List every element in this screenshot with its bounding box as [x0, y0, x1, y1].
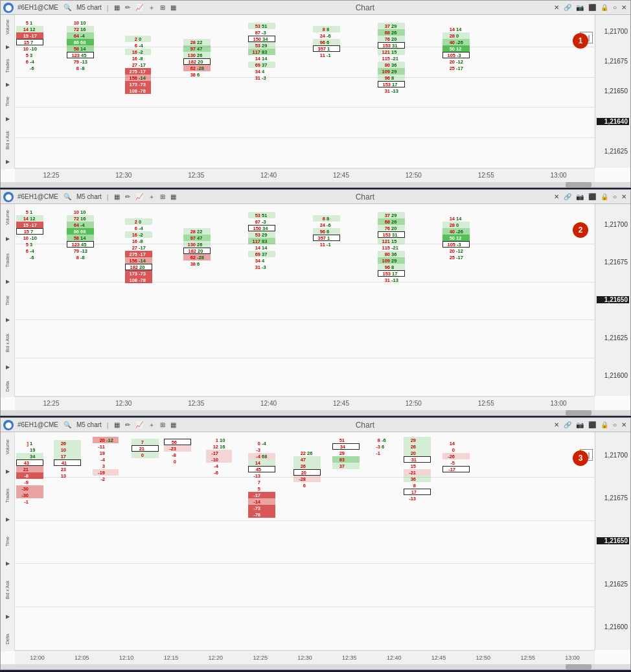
fp-row: 27-17	[125, 244, 152, 251]
search-icon-2[interactable]: 🔍	[62, 192, 73, 201]
fp-row: 280	[442, 32, 470, 39]
volume-label-1: Volume	[5, 19, 10, 34]
candle-p2-2: 1010 7216 64-4 8668 5814 12345 79-13 8-8	[67, 209, 94, 261]
scrollbar-3[interactable]	[1, 664, 630, 669]
search-icon-3[interactable]: 🔍	[62, 421, 73, 429]
scrollbar-2[interactable]	[1, 410, 630, 415]
fp-row: 16-2	[125, 49, 151, 55]
clone-icon-1[interactable]: ⬛	[587, 3, 597, 12]
y-label-highlight-3: 1,21650	[597, 537, 629, 544]
fp-row: 12345	[67, 52, 94, 58]
menu-icon-2[interactable]: ▦	[169, 192, 178, 201]
pencil-icon-1[interactable]: ✏	[124, 3, 132, 12]
pencil-icon-3[interactable]: ✏	[124, 421, 132, 429]
fp-row: 29	[404, 437, 431, 443]
expand-3d[interactable]: ▶	[6, 614, 10, 620]
chart-body-1: Volume ▶ Trades ▶ Time ▶ Bid x Ask ▶ 51 …	[1, 15, 630, 182]
lock-icon-2[interactable]: 🔒	[599, 192, 610, 201]
add-icon-2[interactable]: ＋	[147, 192, 156, 202]
timeframe-3[interactable]: M5 chart	[75, 421, 103, 429]
add-icon-1[interactable]: ＋	[147, 3, 156, 13]
scrollbar-thumb-2[interactable]	[566, 410, 591, 415]
instrument-label-3[interactable]: #6EH1@CME	[16, 421, 60, 429]
fp-area-3: ]1 19 34 43 21 -8 -9 -30 -30 -1 26 10 17…	[15, 434, 595, 650]
expand-1d[interactable]: ▶	[6, 159, 10, 165]
link-icon-3[interactable]: 🔗	[562, 421, 573, 429]
camera-icon-3[interactable]: 📷	[575, 421, 585, 429]
grid-line-2d	[15, 358, 595, 358]
expand-2c[interactable]: ▶	[6, 317, 10, 323]
close-icon-2[interactable]: ✕	[620, 192, 628, 201]
grid-icon-1[interactable]: ⊞	[159, 3, 166, 12]
scrollbar-thumb-1[interactable]	[566, 182, 591, 187]
grid-line-1b	[15, 77, 595, 78]
grid-line-2b	[15, 282, 595, 283]
expand-3b[interactable]: ▶	[6, 516, 10, 522]
grid-line-2c	[15, 319, 595, 320]
link-icon-1[interactable]: 🔗	[562, 3, 573, 12]
scrollbar-thumb-3[interactable]	[566, 664, 591, 669]
menu-icon-3[interactable]: ▦	[169, 421, 178, 429]
chart-type-btn-2[interactable]: ▦	[113, 192, 121, 201]
circle-icon-3[interactable]: ○	[612, 421, 618, 429]
pencil-icon-2[interactable]: ✏	[124, 192, 132, 201]
clone-icon-3[interactable]: ⬛	[587, 421, 597, 429]
expand-1a[interactable]: ▶	[6, 44, 10, 50]
expand-1c[interactable]: ▶	[6, 116, 10, 122]
close-icon-1[interactable]: ✕	[620, 3, 628, 12]
expand-1b[interactable]: ▶	[6, 82, 10, 87]
lock-icon-1[interactable]: 🔒	[599, 3, 610, 12]
close-icon-3[interactable]: ✕	[620, 421, 628, 429]
fp-row: 6-4	[16, 248, 43, 254]
instrument-label-2[interactable]: #6EH1@CME	[16, 192, 60, 201]
chart-panel-2: ⬤ #6EH1@CME 🔍 M5 chart | ▦ ✏ 📈 ＋ ⊞ ▦ Cha…	[0, 189, 631, 416]
circle-icon-1[interactable]: ○	[612, 3, 618, 12]
candle-col-1-4: 2822 9747 13026 18220 62-28 386	[183, 39, 211, 78]
grid-icon-3[interactable]: ⊞	[159, 421, 166, 429]
fp-row: 79-13	[67, 248, 94, 254]
expand-2b[interactable]: ▶	[6, 279, 10, 284]
expand-3a[interactable]: ▶	[6, 469, 10, 474]
expand-2d[interactable]: ▶	[6, 364, 10, 370]
candle-p3-12: 14 0 -26 -5 -17	[442, 440, 470, 472]
instrument-label-1[interactable]: #6EH1@CME	[16, 3, 60, 12]
circle-icon-2[interactable]: ○	[612, 192, 618, 201]
search-icon-1[interactable]: 🔍	[62, 3, 73, 12]
lock-icon-3[interactable]: 🔒	[599, 421, 610, 429]
fp-row: 3571	[313, 45, 340, 52]
y-label-3c: 1,21625	[597, 581, 629, 588]
menu-icon-1[interactable]: ▦	[169, 3, 178, 12]
timeframe-1[interactable]: M5 chart	[75, 3, 103, 12]
fp-row: 21	[132, 445, 159, 452]
expand-2a[interactable]: ▶	[6, 236, 10, 242]
chart-type-btn-3[interactable]: ▦	[113, 421, 121, 429]
camera-icon-1[interactable]: 📷	[575, 3, 585, 12]
chart-title-3: Chart	[180, 421, 550, 430]
fp-row: 966	[313, 228, 340, 235]
cross-icon-3[interactable]: ✕	[553, 421, 560, 429]
x-label-3-10: 12:50	[476, 655, 491, 661]
fp-row: 105-3	[442, 52, 470, 58]
cross-icon-1[interactable]: ✕	[553, 3, 560, 12]
delta-label-3: Delta	[5, 634, 10, 644]
chart-type-btn-1[interactable]: ▦	[113, 3, 121, 12]
cross-icon-2[interactable]: ✕	[553, 192, 560, 201]
add-icon-3[interactable]: ＋	[147, 420, 156, 430]
fp-row: 5814	[67, 235, 94, 241]
expand-3c[interactable]: ▶	[6, 561, 10, 566]
link-icon-2[interactable]: 🔗	[562, 192, 573, 201]
fp-row: 12345	[67, 241, 94, 248]
scrollbar-1[interactable]	[1, 182, 630, 187]
fp-row: 0-4	[248, 440, 275, 446]
grid-icon-2[interactable]: ⊞	[159, 192, 166, 201]
candle-p2-1: 51 1412 15-17 157 10-10 53 6-4 -6	[16, 209, 43, 261]
camera-icon-2[interactable]: 📷	[575, 192, 585, 201]
fp-row: -468	[248, 453, 275, 459]
timeframe-2[interactable]: M5 chart	[75, 192, 103, 201]
fp-row: 88	[313, 215, 340, 222]
line-icon-3[interactable]: 📈	[134, 421, 144, 429]
line-icon-1[interactable]: 📈	[134, 3, 144, 12]
line-icon-2[interactable]: 📈	[134, 192, 144, 201]
clone-icon-2[interactable]: ⬛	[587, 192, 597, 201]
fp-row: 968	[378, 75, 405, 81]
